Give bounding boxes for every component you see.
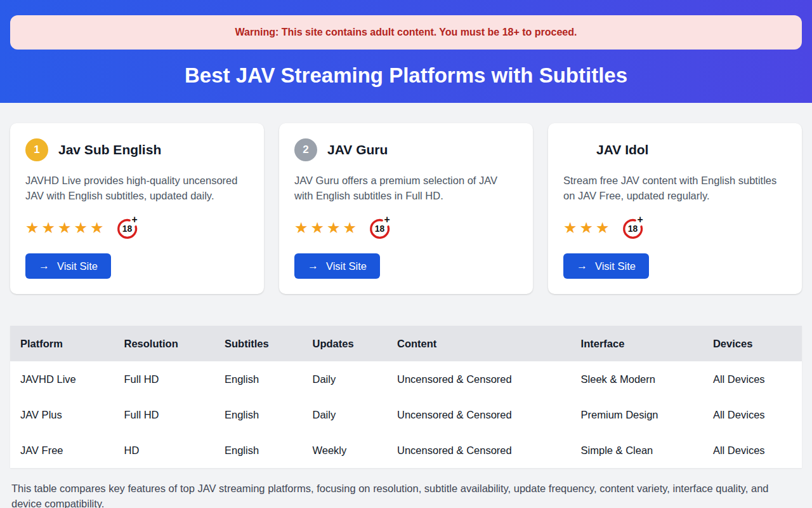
star-rating-icon: ★★★★★ [25,220,107,236]
cell-content: Uncensored & Censored [387,397,571,432]
cell-devices: All Devices [703,361,802,397]
age-18-plus-icon: 18 + [621,216,645,239]
platform-card-2: 2 JAV Guru JAV Guru offers a premium sel… [279,123,533,294]
page-title: Best JAV Streaming Platforms with Subtit… [10,64,802,88]
platform-card-3: JAV Idol Stream free JAV content with En… [548,123,802,294]
cell-subtitles: English [214,432,303,468]
svg-text:18: 18 [375,224,385,234]
rating-row: ★★★★ 18 + [294,216,518,239]
cell-platform: JAVHD Live [10,361,114,397]
header: Warning: This site contains adult conten… [0,0,812,103]
platform-card-1: 1 Jav Sub English JAVHD Live provides hi… [10,123,264,294]
cell-platform: JAV Free [10,432,114,468]
svg-text:18: 18 [122,224,132,234]
svg-text:+: + [131,216,137,225]
age-18-plus-icon: 18 + [368,216,391,239]
arrow-right-icon: → [308,260,318,272]
cell-devices: All Devices [703,397,802,432]
rank-badge: 2 [294,138,317,161]
col-header-devices: Devices [703,326,802,361]
cell-platform: JAV Plus [10,397,114,432]
cell-updates: Daily [302,361,387,397]
rating-row: ★★★ 18 + [563,216,787,239]
cell-devices: All Devices [703,432,802,468]
visit-site-label: Visit Site [57,260,98,272]
arrow-right-icon: → [577,260,587,272]
main-content: 1 Jav Sub English JAVHD Live provides hi… [0,123,812,508]
warning-text: This site contains adult content. You mu… [282,27,577,37]
visit-site-button[interactable]: → Visit Site [25,253,111,279]
col-header-subtitles: Subtitles [214,326,303,361]
table-header-row: Platform Resolution Subtitles Updates Co… [10,326,802,361]
card-title: Jav Sub English [58,142,161,157]
cell-resolution: Full HD [114,397,214,432]
cell-subtitles: English [214,397,303,432]
svg-text:18: 18 [627,224,638,234]
rank-badge: 1 [25,138,48,161]
card-head: JAV Idol [563,138,787,161]
table-row: JAVHD Live Full HD English Daily Uncenso… [10,361,802,397]
col-header-content: Content [387,326,571,361]
visit-site-button[interactable]: → Visit Site [563,253,649,279]
col-header-interface: Interface [571,326,703,361]
card-title: JAV Guru [327,142,388,157]
cell-content: Uncensored & Censored [387,361,571,397]
cell-interface: Premium Design [571,397,703,432]
star-rating-icon: ★★★ [563,220,612,236]
cell-updates: Daily [302,397,387,432]
col-header-updates: Updates [302,326,387,361]
age-18-plus-icon: 18 + [115,216,139,239]
cell-content: Uncensored & Censored [387,432,571,468]
visit-site-label: Visit Site [595,260,636,272]
comparison-table-section: Platform Resolution Subtitles Updates Co… [10,326,802,468]
cell-interface: Simple & Clean [571,432,703,468]
comparison-table: Platform Resolution Subtitles Updates Co… [10,326,802,468]
rank-badge [563,138,586,161]
table-row: JAV Plus Full HD English Daily Uncensore… [10,397,802,432]
visit-site-label: Visit Site [326,260,367,272]
rating-row: ★★★★★ 18 + [25,216,249,239]
cell-resolution: HD [114,432,214,468]
svg-text:+: + [637,216,643,225]
visit-site-button[interactable]: → Visit Site [294,253,380,279]
col-header-platform: Platform [10,326,114,361]
platform-cards: 1 Jav Sub English JAVHD Live provides hi… [10,123,802,294]
table-description: This table compares key features of top … [11,481,792,508]
card-description: JAVHD Live provides high-quality uncenso… [25,173,249,203]
card-title: JAV Idol [596,142,648,157]
table-row: JAV Free HD English Weekly Uncensored & … [10,432,802,468]
warning-label: Warning: [235,27,279,37]
card-head: 2 JAV Guru [294,138,518,161]
arrow-right-icon: → [39,260,49,272]
card-description: Stream free JAV content with English sub… [563,173,787,203]
page: Warning: This site contains adult conten… [0,0,812,508]
cell-interface: Sleek & Modern [571,361,703,397]
svg-text:+: + [384,216,390,225]
card-head: 1 Jav Sub English [25,138,249,161]
age-warning-banner: Warning: This site contains adult conten… [10,15,802,50]
cell-subtitles: English [214,361,303,397]
cell-resolution: Full HD [114,361,214,397]
cell-updates: Weekly [302,432,387,468]
card-description: JAV Guru offers a premium selection of J… [294,173,518,203]
star-rating-icon: ★★★★ [294,220,359,236]
col-header-resolution: Resolution [114,326,214,361]
